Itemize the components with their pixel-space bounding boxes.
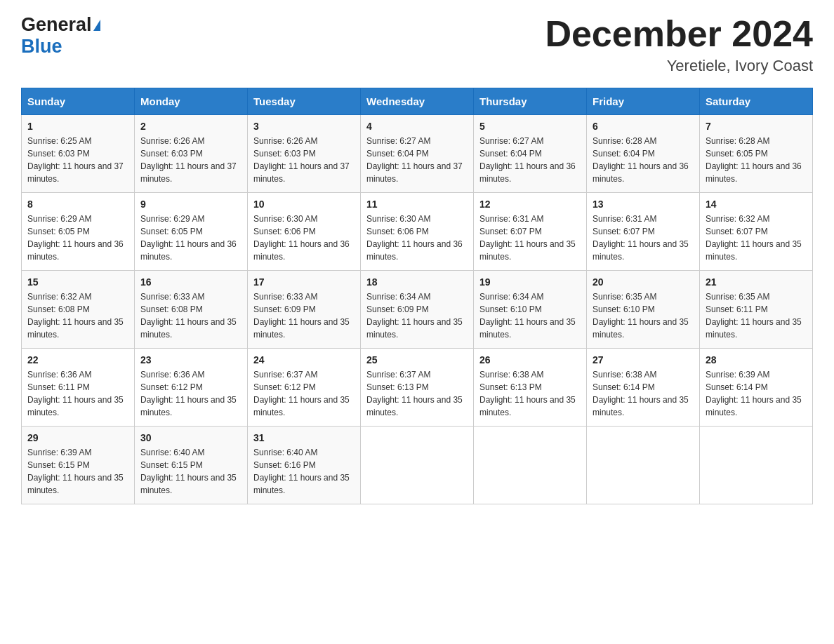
- day-info: Sunrise: 6:40 AMSunset: 6:15 PMDaylight:…: [140, 446, 241, 497]
- day-number: 15: [27, 276, 128, 288]
- calendar-day-cell: 5Sunrise: 6:27 AMSunset: 6:04 PMDaylight…: [474, 115, 587, 193]
- day-info: Sunrise: 6:31 AMSunset: 6:07 PMDaylight:…: [479, 213, 581, 263]
- logo-blue-text: Blue: [21, 36, 62, 58]
- calendar-week-row: 22Sunrise: 6:36 AMSunset: 6:11 PMDayligh…: [22, 349, 813, 427]
- day-number: 25: [366, 354, 468, 365]
- day-number: 23: [140, 354, 241, 365]
- day-info: Sunrise: 6:28 AMSunset: 6:04 PMDaylight:…: [593, 135, 694, 185]
- day-number: 12: [479, 199, 581, 210]
- day-number: 7: [706, 121, 807, 132]
- col-saturday: Saturday: [700, 88, 813, 115]
- calendar-header: Sunday Monday Tuesday Wednesday Thursday…: [22, 88, 813, 115]
- day-info: Sunrise: 6:26 AMSunset: 6:03 PMDaylight:…: [140, 135, 241, 185]
- day-number: 9: [140, 199, 241, 210]
- day-info: Sunrise: 6:39 AMSunset: 6:14 PMDaylight:…: [706, 368, 807, 419]
- calendar-week-row: 29Sunrise: 6:39 AMSunset: 6:15 PMDayligh…: [22, 427, 813, 504]
- day-info: Sunrise: 6:35 AMSunset: 6:11 PMDaylight:…: [706, 290, 807, 341]
- day-info: Sunrise: 6:27 AMSunset: 6:04 PMDaylight:…: [479, 135, 581, 185]
- calendar-day-cell: 18Sunrise: 6:34 AMSunset: 6:09 PMDayligh…: [361, 271, 474, 349]
- day-info: Sunrise: 6:36 AMSunset: 6:11 PMDaylight:…: [27, 368, 128, 419]
- day-number: 16: [140, 276, 241, 288]
- calendar-day-cell: 31Sunrise: 6:40 AMSunset: 6:16 PMDayligh…: [248, 427, 361, 504]
- calendar-day-cell: 17Sunrise: 6:33 AMSunset: 6:09 PMDayligh…: [248, 271, 361, 349]
- logo-general-text: General: [21, 14, 92, 36]
- calendar-week-row: 8Sunrise: 6:29 AMSunset: 6:05 PMDaylight…: [22, 193, 813, 271]
- calendar-day-cell: 2Sunrise: 6:26 AMSunset: 6:03 PMDaylight…: [135, 115, 248, 193]
- calendar-day-cell: [361, 427, 474, 504]
- title-block: December 2024 Yeretiele, Ivory Coast: [545, 14, 813, 75]
- day-info: Sunrise: 6:33 AMSunset: 6:08 PMDaylight:…: [140, 290, 241, 341]
- col-sunday: Sunday: [22, 88, 135, 115]
- day-info: Sunrise: 6:40 AMSunset: 6:16 PMDaylight:…: [253, 446, 355, 497]
- day-info: Sunrise: 6:29 AMSunset: 6:05 PMDaylight:…: [140, 213, 241, 263]
- col-wednesday: Wednesday: [361, 88, 474, 115]
- calendar-body: 1Sunrise: 6:25 AMSunset: 6:03 PMDaylight…: [22, 115, 813, 504]
- day-number: 5: [479, 121, 581, 132]
- logo: General Blue: [21, 14, 100, 58]
- day-number: 20: [593, 276, 694, 288]
- day-number: 26: [479, 354, 581, 365]
- day-number: 14: [706, 199, 807, 210]
- calendar-day-cell: 12Sunrise: 6:31 AMSunset: 6:07 PMDayligh…: [474, 193, 587, 271]
- calendar-day-cell: 6Sunrise: 6:28 AMSunset: 6:04 PMDaylight…: [587, 115, 700, 193]
- calendar-day-cell: 26Sunrise: 6:38 AMSunset: 6:13 PMDayligh…: [474, 349, 587, 427]
- day-info: Sunrise: 6:39 AMSunset: 6:15 PMDaylight:…: [27, 446, 128, 497]
- day-number: 8: [27, 199, 128, 210]
- calendar-day-cell: 16Sunrise: 6:33 AMSunset: 6:08 PMDayligh…: [135, 271, 248, 349]
- day-number: 24: [253, 354, 355, 365]
- logo-triangle-icon: [93, 20, 100, 31]
- col-tuesday: Tuesday: [248, 88, 361, 115]
- day-info: Sunrise: 6:34 AMSunset: 6:09 PMDaylight:…: [366, 290, 468, 341]
- day-number: 17: [253, 276, 355, 288]
- day-info: Sunrise: 6:26 AMSunset: 6:03 PMDaylight:…: [253, 135, 355, 185]
- day-info: Sunrise: 6:28 AMSunset: 6:05 PMDaylight:…: [706, 135, 807, 185]
- day-number: 22: [27, 354, 128, 365]
- calendar-day-cell: [474, 427, 587, 504]
- calendar-day-cell: 20Sunrise: 6:35 AMSunset: 6:10 PMDayligh…: [587, 271, 700, 349]
- day-number: 2: [140, 121, 241, 132]
- day-number: 10: [253, 199, 355, 210]
- calendar-day-cell: 13Sunrise: 6:31 AMSunset: 6:07 PMDayligh…: [587, 193, 700, 271]
- calendar-day-cell: 23Sunrise: 6:36 AMSunset: 6:12 PMDayligh…: [135, 349, 248, 427]
- calendar-week-row: 15Sunrise: 6:32 AMSunset: 6:08 PMDayligh…: [22, 271, 813, 349]
- calendar-day-cell: 19Sunrise: 6:34 AMSunset: 6:10 PMDayligh…: [474, 271, 587, 349]
- col-monday: Monday: [135, 88, 248, 115]
- calendar-day-cell: [700, 427, 813, 504]
- page-location: Yeretiele, Ivory Coast: [545, 57, 813, 75]
- calendar-day-cell: [587, 427, 700, 504]
- day-info: Sunrise: 6:29 AMSunset: 6:05 PMDaylight:…: [27, 213, 128, 263]
- page-title: December 2024: [545, 14, 813, 54]
- day-number: 30: [140, 432, 241, 443]
- calendar-day-cell: 10Sunrise: 6:30 AMSunset: 6:06 PMDayligh…: [248, 193, 361, 271]
- day-number: 6: [593, 121, 694, 132]
- day-info: Sunrise: 6:35 AMSunset: 6:10 PMDaylight:…: [593, 290, 694, 341]
- day-info: Sunrise: 6:37 AMSunset: 6:13 PMDaylight:…: [366, 368, 468, 419]
- calendar-day-cell: 9Sunrise: 6:29 AMSunset: 6:05 PMDaylight…: [135, 193, 248, 271]
- calendar-day-cell: 14Sunrise: 6:32 AMSunset: 6:07 PMDayligh…: [700, 193, 813, 271]
- day-info: Sunrise: 6:32 AMSunset: 6:07 PMDaylight:…: [706, 213, 807, 263]
- day-number: 27: [593, 354, 694, 365]
- calendar-week-row: 1Sunrise: 6:25 AMSunset: 6:03 PMDaylight…: [22, 115, 813, 193]
- day-number: 1: [27, 121, 128, 132]
- calendar-day-cell: 7Sunrise: 6:28 AMSunset: 6:05 PMDaylight…: [700, 115, 813, 193]
- header-row: Sunday Monday Tuesday Wednesday Thursday…: [22, 88, 813, 115]
- day-info: Sunrise: 6:36 AMSunset: 6:12 PMDaylight:…: [140, 368, 241, 419]
- calendar-day-cell: 27Sunrise: 6:38 AMSunset: 6:14 PMDayligh…: [587, 349, 700, 427]
- day-info: Sunrise: 6:34 AMSunset: 6:10 PMDaylight:…: [479, 290, 581, 341]
- day-info: Sunrise: 6:27 AMSunset: 6:04 PMDaylight:…: [366, 135, 468, 185]
- calendar-day-cell: 8Sunrise: 6:29 AMSunset: 6:05 PMDaylight…: [22, 193, 135, 271]
- calendar-day-cell: 24Sunrise: 6:37 AMSunset: 6:12 PMDayligh…: [248, 349, 361, 427]
- day-number: 3: [253, 121, 355, 132]
- calendar-day-cell: 11Sunrise: 6:30 AMSunset: 6:06 PMDayligh…: [361, 193, 474, 271]
- calendar-day-cell: 30Sunrise: 6:40 AMSunset: 6:15 PMDayligh…: [135, 427, 248, 504]
- day-info: Sunrise: 6:33 AMSunset: 6:09 PMDaylight:…: [253, 290, 355, 341]
- day-number: 4: [366, 121, 468, 132]
- day-number: 18: [366, 276, 468, 288]
- calendar-day-cell: 21Sunrise: 6:35 AMSunset: 6:11 PMDayligh…: [700, 271, 813, 349]
- calendar-day-cell: 4Sunrise: 6:27 AMSunset: 6:04 PMDaylight…: [361, 115, 474, 193]
- calendar-day-cell: 28Sunrise: 6:39 AMSunset: 6:14 PMDayligh…: [700, 349, 813, 427]
- day-number: 19: [479, 276, 581, 288]
- day-number: 13: [593, 199, 694, 210]
- day-info: Sunrise: 6:30 AMSunset: 6:06 PMDaylight:…: [366, 213, 468, 263]
- day-info: Sunrise: 6:38 AMSunset: 6:13 PMDaylight:…: [479, 368, 581, 419]
